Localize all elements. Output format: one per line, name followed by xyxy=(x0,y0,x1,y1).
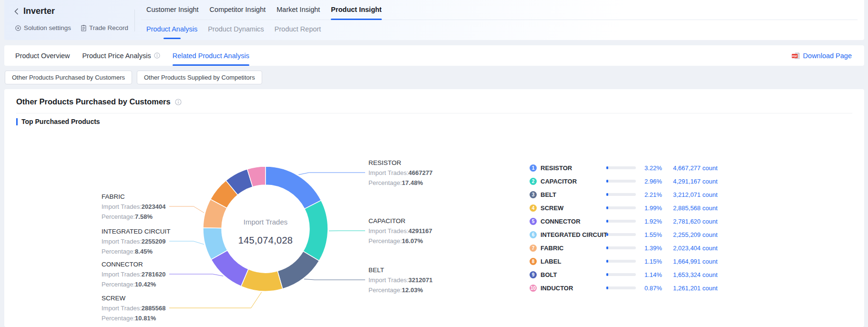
donut-callout-capacitor: CAPACITORImport Trades:4291167Percentage… xyxy=(368,216,452,246)
rank-row-3: 3BELT2.21%3,212,071 count xyxy=(530,188,717,201)
callout-product-name: INTEGRATED CIRCUIT xyxy=(102,226,185,236)
page-title: Inverter xyxy=(23,6,55,16)
callout-percentage: Percentage:17.48% xyxy=(368,178,452,188)
product-count: 2,781,620 count xyxy=(673,218,717,225)
toolbar-tab-label: Product Price Analysis xyxy=(82,52,151,60)
solution-settings-link[interactable]: Solution settings xyxy=(15,24,71,31)
callout-percentage: Percentage:16.07% xyxy=(368,236,452,246)
donut-callout-resistor: RESISTORImport Trades:4667277Percentage:… xyxy=(368,158,452,188)
filter-button-other-products-supplied-by-competitors[interactable]: Other Products Supplied by Competitors xyxy=(137,71,262,84)
tabline xyxy=(141,20,858,20)
product-percentage: 1.39% xyxy=(644,245,666,252)
callout-product-name: SCREW xyxy=(102,293,185,303)
donut-callout-integrated-circuit: INTEGRATED CIRCUITImport Trades:2255209P… xyxy=(102,226,185,256)
product-count: 2,885,568 count xyxy=(673,204,717,212)
toolbar-tab-product-price-analysis[interactable]: Product Price Analysis xyxy=(82,45,160,66)
info-icon[interactable] xyxy=(154,52,160,59)
subtitle-accent-bar xyxy=(16,118,18,125)
top-products-list: 1RESISTOR3.22%4,667,277 count2CAPACITOR2… xyxy=(530,161,717,295)
rank-row-10: 10INDUCTOR0.87%1,261,201 count xyxy=(530,281,717,295)
progress-bar xyxy=(606,206,636,209)
info-icon[interactable] xyxy=(175,99,182,105)
product-count: 1,261,201 count xyxy=(673,285,717,292)
product-name: FABRIC xyxy=(541,245,606,252)
progress-fill xyxy=(606,260,608,263)
rank-badge: 7 xyxy=(530,245,537,252)
callout-percentage: Percentage:8.45% xyxy=(102,246,185,256)
download-page-link[interactable]: PDF Download Page xyxy=(792,45,852,66)
product-percentage: 3.22% xyxy=(644,164,666,172)
tab-product-insight[interactable]: Product Insight xyxy=(331,6,381,17)
tab-competitor-insight[interactable]: Competitor Insight xyxy=(210,6,266,17)
progress-fill xyxy=(606,180,608,183)
product-name: LABEL xyxy=(541,258,606,265)
progress-bar xyxy=(606,180,636,183)
product-name: INTEGRATED CIRCUIT xyxy=(541,231,606,238)
section-title: Other Products Purchased by Customers xyxy=(16,97,171,106)
donut-callout-connector: CONNECTORImport Trades:2781620Percentage… xyxy=(102,259,185,289)
donut-callout-fabric: FABRICImport Trades:2023404Percentage:7.… xyxy=(102,192,185,222)
back-icon[interactable] xyxy=(14,8,19,15)
product-percentage: 2.21% xyxy=(644,191,666,198)
callout-import-trades: Import Trades:4667277 xyxy=(368,168,452,178)
product-name: RESISTOR xyxy=(541,164,606,172)
subtab-product-report[interactable]: Product Report xyxy=(275,25,321,39)
product-name: INDUCTOR xyxy=(541,285,606,292)
product-name: BELT xyxy=(541,191,606,198)
toolbar-tab-label: Related Product Analysis xyxy=(173,52,249,60)
sub-tabs: Product AnalysisProduct DynamicsProduct … xyxy=(146,25,321,39)
section-divider xyxy=(16,113,852,113)
progress-fill xyxy=(606,220,608,223)
callout-import-trades: Import Trades:2781620 xyxy=(102,269,185,279)
subtab-product-analysis[interactable]: Product Analysis xyxy=(146,25,197,39)
callout-import-trades: Import Trades:2885568 xyxy=(102,303,185,313)
rank-row-1: 1RESISTOR3.22%4,667,277 count xyxy=(530,161,717,174)
rank-row-5: 5CONNECTOR1.92%2,781,620 count xyxy=(530,215,717,228)
callout-import-trades: Import Trades:2023404 xyxy=(102,202,185,212)
product-name: CONNECTOR xyxy=(541,218,606,225)
product-percentage: 1.55% xyxy=(644,231,666,238)
subtab-product-dynamics[interactable]: Product Dynamics xyxy=(208,25,264,39)
product-name: BOLT xyxy=(541,271,606,278)
toolbar-tab-product-overview[interactable]: Product Overview xyxy=(15,45,70,66)
product-count: 2,023,404 count xyxy=(673,245,717,252)
progress-bar xyxy=(606,273,636,276)
gear-icon xyxy=(15,25,21,31)
rank-badge: 3 xyxy=(530,191,537,198)
progress-bar xyxy=(606,260,636,263)
rank-badge: 5 xyxy=(530,218,537,225)
callout-percentage: Percentage:12.03% xyxy=(368,285,452,295)
tab-customer-insight[interactable]: Customer Insight xyxy=(146,6,199,17)
rank-badge: 4 xyxy=(530,204,537,212)
callout-import-trades: Import Trades:4291167 xyxy=(368,226,452,236)
progress-fill xyxy=(606,273,608,276)
product-count: 4,667,277 count xyxy=(673,164,717,172)
donut-center-value: 145,074,028 xyxy=(213,235,318,246)
rank-badge: 2 xyxy=(530,178,537,185)
filter-button-other-products-purchased-by-customers[interactable]: Other Products Purchased by Customers xyxy=(5,71,132,84)
progress-bar xyxy=(606,233,636,236)
product-count: 4,291,167 count xyxy=(673,178,717,185)
progress-bar xyxy=(606,286,636,289)
rank-badge: 1 xyxy=(530,164,537,172)
trade-record-link[interactable]: Trade Record xyxy=(81,24,128,31)
rank-row-9: 9BOLT1.14%1,653,324 count xyxy=(530,268,717,281)
rank-row-8: 8LABEL1.15%1,664,991 count xyxy=(530,255,717,268)
tab-market-insight[interactable]: Market Insight xyxy=(276,6,320,17)
progress-fill xyxy=(606,246,608,249)
svg-text:PDF: PDF xyxy=(792,54,797,57)
donut-center-label: Import Trades xyxy=(218,218,313,226)
product-percentage: 0.87% xyxy=(644,285,666,292)
product-name: SCREW xyxy=(541,204,606,212)
callout-product-name: RESISTOR xyxy=(368,158,452,168)
product-percentage: 1.14% xyxy=(644,271,666,278)
callout-percentage: Percentage:10.42% xyxy=(102,279,185,289)
toolbar-tab-related-product-analysis[interactable]: Related Product Analysis xyxy=(173,45,249,66)
main-tabs: Customer InsightCompetitor InsightMarket… xyxy=(146,6,382,17)
callout-import-trades: Import Trades:3212071 xyxy=(368,275,452,285)
donut-callout-screw: SCREWImport Trades:2885568Percentage:10.… xyxy=(102,293,185,323)
donut-callout-belt: BELTImport Trades:3212071Percentage:12.0… xyxy=(368,265,452,295)
product-count: 3,212,071 count xyxy=(673,191,717,198)
product-count: 1,664,991 count xyxy=(673,258,717,265)
callout-product-name: CONNECTOR xyxy=(102,259,185,269)
